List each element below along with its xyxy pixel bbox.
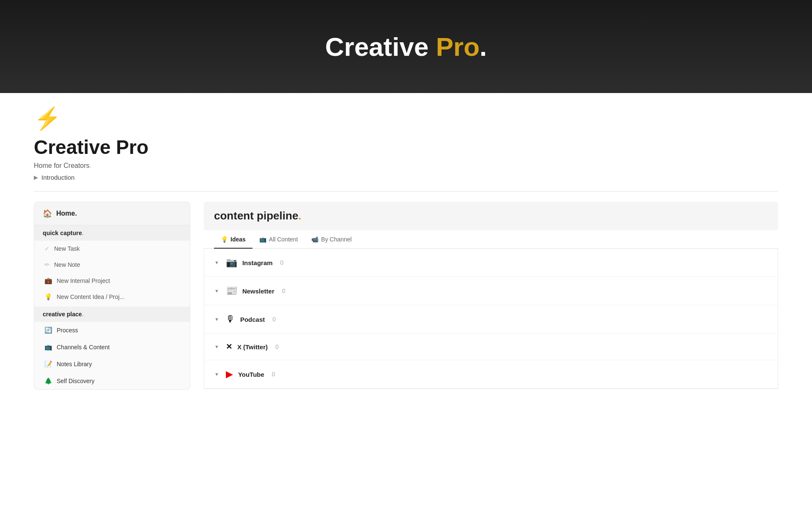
youtube-icon: ▶ [226, 369, 233, 380]
main-layout: 🏠 Home. quick capture. ✓ New Task ✏ New … [34, 202, 778, 390]
channels-icon: 📺 [44, 343, 52, 351]
newsletter-name: Newsletter [242, 288, 274, 295]
section-divider [34, 191, 778, 192]
main-content: content pipeline. 💡 Ideas 📺 All Content … [190, 202, 778, 389]
header-banner: Creative Pro. [0, 0, 812, 93]
tab-by-channel[interactable]: 📹 By Channel [304, 230, 358, 249]
youtube-name: YouTube [238, 371, 264, 378]
sidebar-item-channels[interactable]: 📺 Channels & Content [34, 339, 190, 356]
tabs-row: 💡 Ideas 📺 All Content 📹 By Channel [204, 230, 778, 249]
check-icon: ✓ [44, 245, 50, 252]
all-content-tab-label: All Content [269, 236, 298, 243]
newsletter-chevron-icon: ▼ [214, 288, 219, 293]
page-title: Creative Pro [34, 136, 778, 159]
new-content-idea-label: New Content Idea / Proj... [57, 293, 124, 300]
instagram-name: Instagram [242, 259, 273, 266]
sidebar-item-new-task[interactable]: ✓ New Task [34, 241, 190, 257]
channel-row-instagram[interactable]: ▼ 📷 Instagram 0 [204, 249, 778, 277]
process-icon: 🔄 [44, 326, 52, 334]
sidebar-item-notes-library[interactable]: 📝 Notes Library [34, 356, 190, 373]
sidebar: 🏠 Home. quick capture. ✓ New Task ✏ New … [34, 202, 190, 390]
page-body: ⚡ Creative Pro Home for Creators. ▶ Intr… [0, 93, 812, 407]
instagram-count: 0 [280, 259, 284, 266]
self-discovery-label: Self Discovery [57, 378, 94, 384]
new-task-label: New Task [54, 245, 80, 252]
youtube-count: 0 [272, 371, 275, 378]
pipeline-title-dot: . [298, 209, 301, 222]
sidebar-home-label: Home. [56, 210, 77, 217]
header-title-creative: Creative [325, 32, 436, 61]
intro-label: Introduction [41, 174, 74, 181]
newsletter-count: 0 [282, 288, 285, 294]
podcast-icon: 🎙 [226, 314, 235, 325]
ideas-tab-icon: 💡 [221, 236, 228, 243]
podcast-count: 0 [272, 316, 276, 323]
creative-place-section: creative place. [34, 307, 190, 322]
twitter-name: X (Twitter) [237, 343, 268, 351]
tab-all-content[interactable]: 📺 All Content [252, 230, 304, 249]
header-title-pro: Pro [436, 32, 480, 61]
header-title-dot: . [480, 32, 487, 61]
intro-toggle[interactable]: ▶ Introduction [34, 174, 778, 181]
twitter-chevron-icon: ▼ [214, 344, 219, 349]
twitter-icon: ✕ [226, 342, 232, 351]
all-content-tab-icon: 📺 [259, 236, 266, 243]
pencil-icon: ✏ [44, 261, 50, 269]
newsletter-icon: 📰 [226, 285, 237, 296]
podcast-name: Podcast [240, 316, 265, 323]
quick-capture-label: quick capture [43, 230, 82, 236]
notes-library-icon: 📝 [44, 360, 52, 368]
channel-row-youtube[interactable]: ▼ ▶ YouTube 0 [204, 360, 778, 389]
sidebar-home[interactable]: 🏠 Home. [34, 202, 190, 225]
by-channel-tab-icon: 📹 [311, 236, 318, 243]
intro-arrow-icon: ▶ [34, 174, 38, 181]
tab-ideas[interactable]: 💡 Ideas [214, 230, 252, 249]
pipeline-title-text: content pipeline [214, 209, 298, 222]
pipeline-list: ▼ 📷 Instagram 0 ▼ 📰 Newsletter 0 ▼ 🎙 Pod… [204, 249, 778, 389]
channel-row-twitter[interactable]: ▼ ✕ X (Twitter) 0 [204, 334, 778, 360]
quick-capture-dot: . [82, 230, 84, 236]
sidebar-item-new-note[interactable]: ✏ New Note [34, 257, 190, 273]
home-icon: 🏠 [43, 209, 52, 218]
header-title: Creative Pro. [325, 32, 487, 62]
by-channel-tab-label: By Channel [321, 236, 351, 243]
instagram-icon: 📷 [226, 257, 237, 268]
channels-label: Channels & Content [57, 344, 110, 351]
sidebar-item-self-discovery[interactable]: 🌲 Self Discovery [34, 373, 190, 389]
page-subtitle-text: Home for Creators [34, 162, 90, 169]
youtube-chevron-icon: ▼ [214, 372, 219, 377]
twitter-count: 0 [275, 343, 279, 350]
briefcase-icon: 💼 [44, 277, 52, 285]
page-subtitle-dot: . [90, 162, 91, 169]
instagram-chevron-icon: ▼ [214, 260, 219, 265]
sidebar-item-new-internal-project[interactable]: 💼 New Internal Project [34, 273, 190, 289]
lightbulb-icon: 💡 [44, 293, 52, 301]
ideas-tab-label: Ideas [230, 236, 246, 243]
new-note-label: New Note [54, 261, 80, 268]
creative-place-dot: . [82, 311, 84, 318]
notes-library-label: Notes Library [57, 361, 92, 367]
new-internal-project-label: New Internal Project [57, 277, 110, 284]
podcast-chevron-icon: ▼ [214, 317, 219, 322]
page-subtitle: Home for Creators. [34, 162, 778, 170]
process-label: Process [57, 327, 78, 334]
quick-capture-section: quick capture. [34, 225, 190, 241]
sidebar-item-process[interactable]: 🔄 Process [34, 322, 190, 339]
channel-row-podcast[interactable]: ▼ 🎙 Podcast 0 [204, 305, 778, 334]
sidebar-item-new-content-idea[interactable]: 💡 New Content Idea / Proj... [34, 289, 190, 305]
creative-place-label: creative place [43, 311, 82, 318]
lightning-icon: ⚡ [34, 106, 778, 132]
channel-row-newsletter[interactable]: ▼ 📰 Newsletter 0 [204, 277, 778, 305]
content-pipeline-title: content pipeline. [204, 202, 778, 230]
self-discovery-icon: 🌲 [44, 377, 52, 385]
